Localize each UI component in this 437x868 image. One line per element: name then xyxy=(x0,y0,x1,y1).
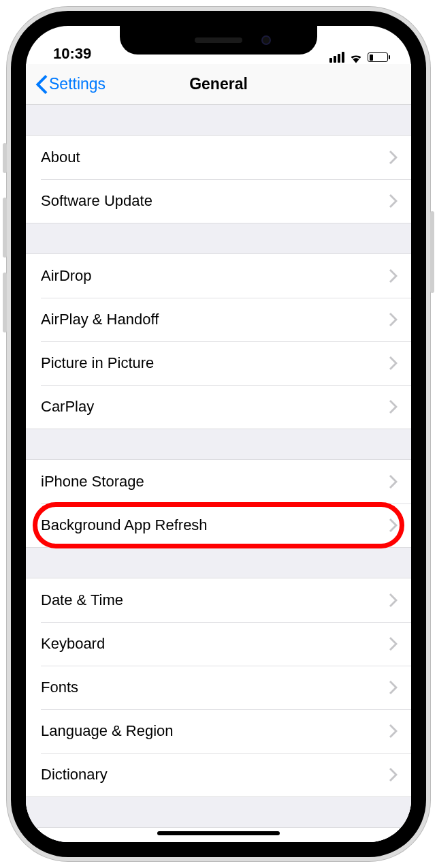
back-label: Settings xyxy=(49,75,106,93)
section-spacer xyxy=(26,548,411,578)
sharing-group: AirDropAirPlay & HandoffPicture in Pictu… xyxy=(26,253,411,429)
row-carplay[interactable]: CarPlay xyxy=(26,385,411,429)
front-camera xyxy=(261,35,271,45)
status-indicators xyxy=(329,52,388,63)
row-label: Software Update xyxy=(41,192,152,210)
row-background-app-refresh[interactable]: Background App Refresh xyxy=(26,503,411,547)
nav-bar: Settings General xyxy=(26,64,411,105)
locale-group: Date & TimeKeyboardFontsLanguage & Regio… xyxy=(26,578,411,797)
chevron-right-icon xyxy=(389,269,398,283)
chevron-right-icon xyxy=(389,724,398,738)
section-spacer xyxy=(26,797,411,827)
row-dictionary[interactable]: Dictionary xyxy=(26,753,411,796)
notch xyxy=(120,26,317,55)
settings-list[interactable]: AboutSoftware UpdateAirDropAirPlay & Han… xyxy=(26,105,411,842)
mute-switch xyxy=(3,143,7,173)
chevron-right-icon xyxy=(389,194,398,208)
row-iphone-storage[interactable]: iPhone Storage xyxy=(26,460,411,503)
chevron-left-icon xyxy=(35,75,48,94)
device-bezel: 10:39 Settings General AboutSoftware Upd… xyxy=(11,11,426,857)
speaker-grille xyxy=(195,37,242,43)
row-about[interactable]: About xyxy=(26,136,411,179)
back-button[interactable]: Settings xyxy=(35,75,106,94)
battery-icon xyxy=(368,52,388,62)
chevron-right-icon xyxy=(389,593,398,607)
section-spacer xyxy=(26,223,411,253)
side-button xyxy=(430,211,434,293)
storage-group: iPhone StorageBackground App Refresh xyxy=(26,459,411,548)
row-label: Language & Region xyxy=(41,722,174,740)
row-fonts[interactable]: Fonts xyxy=(26,666,411,709)
row-label: Dictionary xyxy=(41,766,108,784)
chevron-right-icon xyxy=(389,518,398,532)
row-label: AirDrop xyxy=(41,267,92,285)
row-language-region[interactable]: Language & Region xyxy=(26,709,411,753)
row-airplay-handoff[interactable]: AirPlay & Handoff xyxy=(26,298,411,341)
screen: 10:39 Settings General AboutSoftware Upd… xyxy=(26,26,411,842)
row-label: CarPlay xyxy=(41,398,94,416)
volume-up-button xyxy=(3,198,7,258)
chevron-right-icon xyxy=(389,313,398,326)
chevron-right-icon xyxy=(389,768,398,781)
row-picture-in-picture[interactable]: Picture in Picture xyxy=(26,341,411,385)
about-group: AboutSoftware Update xyxy=(26,135,411,223)
row-airdrop[interactable]: AirDrop xyxy=(26,254,411,298)
row-label: About xyxy=(41,149,80,166)
wifi-icon xyxy=(349,52,363,63)
row-label: AirPlay & Handoff xyxy=(41,311,159,328)
status-time: 10:39 xyxy=(53,45,91,63)
chevron-right-icon xyxy=(389,475,398,489)
chevron-right-icon xyxy=(389,356,398,370)
row-value: Not Connected xyxy=(282,841,383,842)
row-software-update[interactable]: Software Update xyxy=(26,179,411,223)
section-spacer xyxy=(26,105,411,135)
cellular-signal-icon xyxy=(329,52,344,63)
row-label: iPhone Storage xyxy=(41,473,144,491)
home-indicator[interactable] xyxy=(157,831,280,835)
row-label: Fonts xyxy=(41,679,78,696)
chevron-right-icon xyxy=(389,400,398,414)
volume-down-button xyxy=(3,273,7,332)
section-spacer xyxy=(26,429,411,459)
chevron-right-icon xyxy=(389,681,398,694)
chevron-right-icon xyxy=(389,151,398,164)
row-date-time[interactable]: Date & Time xyxy=(26,578,411,622)
row-label: Keyboard xyxy=(41,635,105,653)
row-label: Date & Time xyxy=(41,591,123,609)
row-label: VPN xyxy=(41,841,71,842)
device-frame: 10:39 Settings General AboutSoftware Upd… xyxy=(7,7,430,861)
row-keyboard[interactable]: Keyboard xyxy=(26,622,411,666)
row-label: Picture in Picture xyxy=(41,354,154,372)
row-label: Background App Refresh xyxy=(41,516,208,534)
chevron-right-icon xyxy=(389,637,398,651)
